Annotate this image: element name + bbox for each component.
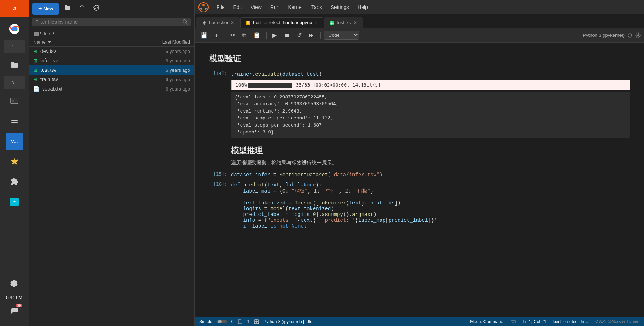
menu-file[interactable]: File bbox=[212, 2, 229, 12]
file-date: 6 years ago bbox=[140, 49, 190, 54]
taskbar-bottom: 5:44 PM 39 bbox=[6, 273, 23, 326]
svg-point-16 bbox=[200, 8, 202, 10]
taskbar-files[interactable] bbox=[6, 56, 23, 74]
menu-edit[interactable]: Edit bbox=[229, 2, 246, 12]
close-icon[interactable]: ✕ bbox=[231, 20, 234, 25]
file-row-infer-tsv[interactable]: ⊞ infer.tsv 6 years ago bbox=[29, 56, 194, 65]
restart-run-button[interactable]: ⏭ bbox=[306, 31, 317, 40]
kernel-info: Python 3 (ipykernel) bbox=[583, 32, 641, 38]
menu-help[interactable]: Help bbox=[353, 2, 372, 12]
toolbar-sep-3 bbox=[320, 32, 321, 39]
cell-15: [15]: dataset_infer = SentimentDataset("… bbox=[209, 171, 630, 179]
status-position: Ln 1, Col 21 bbox=[523, 319, 546, 324]
status-filename: bert_emotect_fir... bbox=[553, 319, 588, 324]
settings-icon[interactable] bbox=[635, 32, 641, 38]
file-panel: + New bbox=[29, 0, 195, 326]
tsv-file-icon: ⊞ bbox=[33, 58, 38, 63]
txt-file-icon: 📄 bbox=[33, 86, 39, 92]
close-icon[interactable]: ✕ bbox=[354, 20, 357, 25]
add-cell-button[interactable]: + bbox=[212, 31, 221, 40]
file-row-test-tsv[interactable]: ⊞ test.tsv 6 years ago bbox=[29, 65, 194, 75]
cell-body-16: def predict(text, label=None): label_map… bbox=[231, 181, 630, 230]
notebook-toolbar: 💾 + ✂ ⧉ 📋 ▶ ⏹ ↺ ⏭ Code Markdown Raw Pyth… bbox=[195, 28, 644, 43]
status-zero: 0 bbox=[231, 319, 234, 324]
svg-point-21 bbox=[637, 34, 639, 36]
cell-output-progress: 100% 33/33 [00:02<00:00, 14.13it/s] bbox=[231, 80, 630, 90]
cell-code-16[interactable]: def predict(text, label=None): label_map… bbox=[231, 181, 630, 230]
keyboard-icon bbox=[511, 319, 516, 324]
file-row-dev-tsv[interactable]: ⊞ dev.tsv 6 years ago bbox=[29, 47, 194, 56]
taskbar-starred[interactable]: * bbox=[6, 153, 23, 170]
taskbar-settings[interactable] bbox=[6, 275, 23, 292]
cell-code-14[interactable]: trainer.evaluate(dataset_test) bbox=[231, 70, 630, 79]
taskbar-tab-chrome[interactable]: J... bbox=[4, 40, 25, 53]
svg-point-15 bbox=[202, 4, 205, 6]
close-icon[interactable]: ✕ bbox=[314, 20, 318, 25]
new-button[interactable]: + New bbox=[32, 3, 59, 15]
breadcrumb: / data / bbox=[29, 29, 194, 38]
taskbar-terminal[interactable] bbox=[6, 92, 23, 110]
cell-num-16: [16]: bbox=[209, 181, 231, 230]
toolbar-sep-2 bbox=[266, 32, 267, 39]
cell-16: [16]: def predict(text, label=None): lab… bbox=[209, 181, 630, 230]
tab-bert-notebook[interactable]: bert_emotect_finetune.ipynb ✕ bbox=[240, 17, 323, 28]
menu-view[interactable]: View bbox=[246, 2, 266, 12]
svg-rect-8 bbox=[11, 122, 18, 123]
file-date: 6 years ago bbox=[140, 86, 190, 92]
search-icon bbox=[182, 19, 188, 25]
col-name-header[interactable]: Name bbox=[33, 39, 140, 45]
folder-icon bbox=[33, 31, 39, 36]
svg-rect-7 bbox=[11, 120, 18, 121]
taskbar-chat[interactable]: 39 bbox=[6, 303, 23, 320]
new-folder-button[interactable] bbox=[62, 3, 73, 15]
taskbar-extensions[interactable] bbox=[6, 173, 23, 190]
menu-tabs[interactable]: Tabs bbox=[307, 2, 327, 12]
cell-type-select[interactable]: Code Markdown Raw bbox=[324, 31, 359, 40]
file-row-vocab-txt[interactable]: 📄 vocab.txt 6 years ago bbox=[29, 84, 194, 93]
taskbar-list[interactable] bbox=[6, 113, 23, 130]
taskbar-cyan-app[interactable]: * bbox=[6, 193, 23, 211]
menu-run[interactable]: Run bbox=[266, 2, 284, 12]
restart-button[interactable]: ↺ bbox=[294, 30, 305, 40]
notebook-content: 模型验证 [14]: trainer.evaluate(dataset_test… bbox=[195, 43, 644, 317]
paste-button[interactable]: 📋 bbox=[250, 30, 263, 40]
file-row-train-tsv[interactable]: ⊞ train.tsv 6 years ago bbox=[29, 75, 194, 84]
tab-test-tsv[interactable]: test.tsv ✕ bbox=[324, 17, 363, 28]
taskbar-chrome[interactable] bbox=[6, 20, 23, 38]
toggle-icon[interactable] bbox=[217, 319, 227, 324]
file-date: 6 years ago bbox=[140, 67, 190, 73]
cell-body-14: trainer.evaluate(dataset_test) 100% 33/3… bbox=[231, 70, 630, 138]
cell-code-15[interactable]: dataset_infer = SentimentDataset("data/i… bbox=[231, 171, 630, 179]
status-watermark: CSDN @Munger_hunger bbox=[595, 319, 640, 324]
taskbar-logo: J bbox=[0, 0, 29, 17]
tab-launcher[interactable]: Launcher ✕ bbox=[196, 17, 240, 28]
svg-text:*: * bbox=[17, 158, 18, 162]
menu-kernel[interactable]: Kernel bbox=[284, 2, 307, 12]
stop-button[interactable]: ⏹ bbox=[281, 31, 293, 40]
markdown-text-inference: 遍历推理数据集，将结果与标签进行统一展示。 bbox=[231, 160, 630, 166]
svg-rect-6 bbox=[11, 119, 18, 119]
tsv-file-icon: ⊞ bbox=[33, 67, 38, 73]
search-input[interactable] bbox=[35, 19, 182, 25]
sort-icon bbox=[47, 40, 52, 44]
status-bar: Simple 0 1 Python 3 (ipykernel) | Idle M… bbox=[195, 317, 644, 326]
upload-button[interactable] bbox=[76, 3, 88, 15]
kernel-status-icon bbox=[627, 33, 632, 38]
menu-settings[interactable]: Settings bbox=[327, 2, 354, 12]
cell-num-15: [15]: bbox=[209, 171, 231, 179]
refresh-button[interactable] bbox=[91, 3, 102, 15]
taskbar-vscode[interactable]: V... bbox=[6, 133, 23, 150]
svg-rect-19 bbox=[330, 21, 334, 25]
tsv-file-icon: ⊞ bbox=[33, 48, 38, 54]
toolbar-sep-1 bbox=[224, 32, 224, 39]
save-button[interactable]: 💾 bbox=[198, 30, 211, 40]
copy-button[interactable]: ⧉ bbox=[239, 31, 249, 40]
status-doc-icon bbox=[238, 319, 243, 324]
taskbar-tab-b[interactable]: B... bbox=[4, 76, 25, 89]
os-logo-icon: J bbox=[9, 3, 20, 14]
file-date: 6 years ago bbox=[140, 58, 190, 63]
col-date-header: Last Modified bbox=[140, 39, 190, 45]
search-box[interactable] bbox=[32, 18, 191, 26]
run-button[interactable]: ▶ bbox=[270, 30, 280, 40]
cut-button[interactable]: ✂ bbox=[227, 30, 238, 40]
